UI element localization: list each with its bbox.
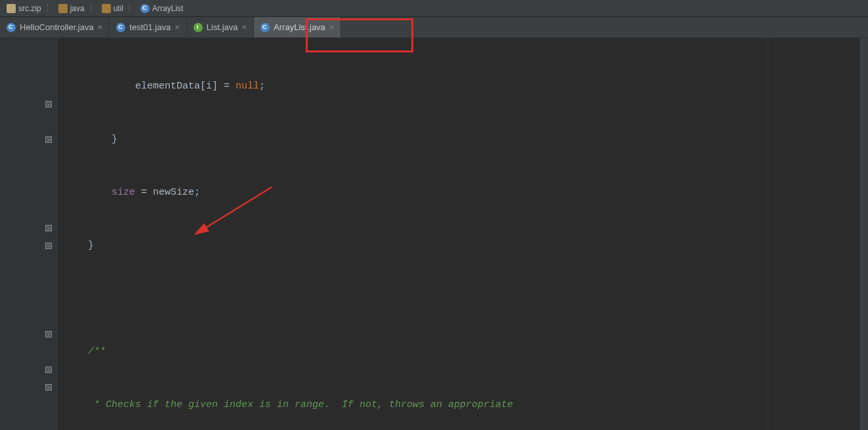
- fold-icon[interactable]: -: [45, 384, 52, 391]
- class-icon: [7, 23, 16, 32]
- chevron-right-icon: 〉: [45, 3, 54, 14]
- breadcrumb-item-util[interactable]: util: [99, 4, 126, 13]
- fold-icon[interactable]: -: [45, 225, 52, 231]
- chevron-right-icon: 〉: [89, 3, 98, 14]
- interface-icon: [194, 23, 203, 32]
- fold-icon[interactable]: -: [45, 331, 52, 338]
- class-icon: [116, 23, 125, 32]
- fold-icon[interactable]: -: [45, 101, 52, 108]
- tab-label: List.java: [207, 22, 238, 32]
- breadcrumb-label: util: [114, 4, 123, 13]
- tab-label: HelloController.java: [20, 22, 94, 32]
- tab-arraylist[interactable]: ArrayList.java ×: [254, 17, 341, 37]
- tab-label: ArrayList.java: [274, 22, 325, 32]
- breadcrumb-label: src.zip: [18, 4, 41, 13]
- close-icon[interactable]: ×: [329, 22, 335, 32]
- tab-hellocontroller[interactable]: HelloController.java ×: [0, 17, 110, 37]
- fold-icon[interactable]: -: [45, 366, 52, 373]
- breadcrumb-item-src[interactable]: src.zip: [4, 4, 44, 13]
- editor-tabbar: HelloController.java × test01.java × Lis…: [0, 17, 868, 38]
- gutter[interactable]: - - - - - - -: [0, 38, 58, 430]
- right-margin-guide: [768, 38, 768, 430]
- breadcrumb-bar: src.zip 〉 java 〉 util 〉 ArrayList: [0, 0, 868, 17]
- breadcrumb-label: java: [70, 4, 85, 13]
- close-icon[interactable]: ×: [242, 22, 247, 32]
- zip-icon: [7, 4, 16, 13]
- code-area[interactable]: elementData[i] = null; } size = newSize;…: [58, 38, 868, 430]
- fold-icon[interactable]: -: [45, 136, 52, 143]
- chevron-right-icon: 〉: [127, 3, 136, 14]
- tab-list[interactable]: List.java ×: [187, 17, 254, 37]
- editor-error-stripe[interactable]: [860, 38, 868, 430]
- tab-test01[interactable]: test01.java ×: [110, 17, 186, 37]
- close-icon[interactable]: ×: [98, 22, 103, 32]
- class-icon: [260, 23, 270, 32]
- breadcrumb-label: ArrayList: [152, 4, 183, 13]
- folder-icon: [102, 4, 111, 13]
- class-icon: [140, 4, 150, 13]
- tab-label: test01.java: [129, 22, 171, 32]
- breadcrumb-item-java[interactable]: java: [56, 4, 87, 13]
- breadcrumb-item-arraylist[interactable]: ArrayList: [138, 4, 186, 13]
- code-editor[interactable]: - - - - - - - elementData[i] = null; } s…: [0, 38, 868, 430]
- fold-icon[interactable]: -: [45, 243, 52, 249]
- close-icon[interactable]: ×: [175, 22, 180, 32]
- folder-icon: [58, 4, 68, 13]
